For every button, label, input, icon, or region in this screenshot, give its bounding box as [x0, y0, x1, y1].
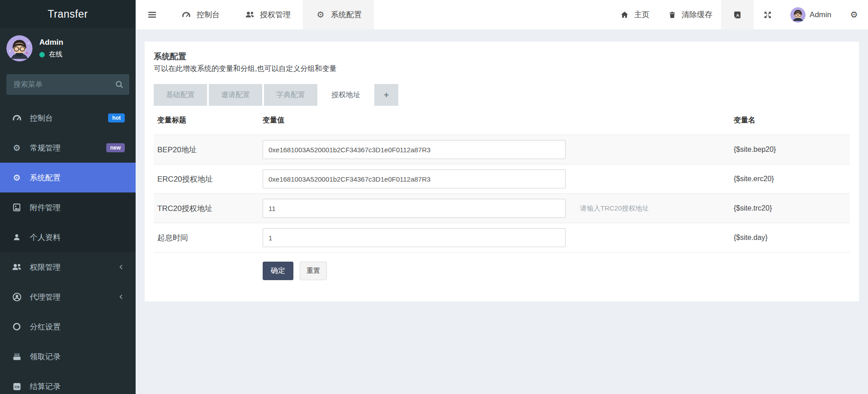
row-title: 起息时间 [157, 233, 263, 243]
user-status-label: 在线 [49, 50, 62, 59]
search-input[interactable] [6, 74, 129, 95]
hot-badge: hot [108, 113, 125, 122]
trc20-address-input[interactable] [263, 199, 566, 218]
chevron-left-icon [118, 263, 125, 271]
image-icon [11, 203, 22, 212]
gear-icon: ⚙ [315, 10, 326, 19]
settings-button[interactable]: ⚙ [840, 0, 868, 29]
tab-dashboard[interactable]: 控制台 [169, 0, 232, 29]
tab-system-config[interactable]: ⚙ 系统配置 [303, 0, 374, 29]
sidebar-item-label: 结算记录 [30, 381, 61, 392]
tachometer-icon [181, 10, 192, 19]
row-varname: {$site.erc20} [734, 175, 850, 183]
sidebar-item-permissions[interactable]: 权限管理 [0, 252, 136, 282]
user-status: 在线 [39, 50, 63, 59]
tab-label: 授权管理 [260, 9, 291, 20]
svg-text:CS: CS [14, 385, 19, 389]
table-row-erc20: ERC20授权地址 {$site.erc20} [154, 164, 850, 193]
sidebar-item-label: 权限管理 [30, 262, 61, 272]
table-row-bep20: BEP20地址 {$site.bep20} [154, 135, 850, 164]
topbar: 控制台 授权管理 ⚙ 系统配置 主页 [136, 0, 868, 29]
tab-label: 控制台 [197, 9, 220, 20]
sidebar-item-label: 个人资料 [30, 232, 61, 243]
user-circle-icon [11, 292, 22, 302]
sidebar-item-attachments[interactable]: 附件管理 [0, 192, 136, 222]
sidebar-item-profile[interactable]: 个人资料 [0, 222, 136, 252]
sidebar-item-label: 代理管理 [30, 292, 61, 302]
circle-o-icon [11, 322, 22, 331]
sidebar-item-general[interactable]: ⚙ 常规管理 new [0, 133, 136, 163]
avatar [790, 7, 806, 23]
sidebar-toggle-icon[interactable] [136, 0, 169, 29]
config-tabs: 基础配置 邀请配置 字典配置 授权地址 + [154, 84, 850, 106]
language-button[interactable]: A [721, 0, 754, 29]
sidebar-item-agents[interactable]: 代理管理 [0, 282, 136, 312]
tab-invite-config[interactable]: 邀请配置 [209, 84, 262, 106]
user-name: Admin [39, 38, 63, 47]
sidebar-item-label: 系统配置 [30, 173, 61, 183]
form-actions: 确定 重置 [263, 262, 850, 280]
sidebar-item-label: 常规管理 [30, 143, 61, 153]
expand-arrows-icon [762, 10, 773, 19]
clear-cache-button[interactable]: 清除缓存 [658, 0, 721, 29]
tab-basic-config[interactable]: 基础配置 [154, 84, 207, 106]
row-title: ERC20授权地址 [157, 174, 263, 184]
tab-dictionary-config[interactable]: 字典配置 [264, 84, 317, 106]
chevron-left-icon [118, 293, 125, 300]
row-varname: {$site.trc20} [734, 204, 850, 212]
sidebar-item-label: 分红设置 [30, 322, 61, 332]
cake-icon [11, 352, 22, 361]
search-icon[interactable] [115, 80, 124, 89]
sidebar-item-label: 附件管理 [30, 202, 61, 213]
sidebar-item-settlement-records[interactable]: CS 结算记录 [0, 371, 136, 394]
tab-authorize-address[interactable]: 授权地址 [319, 84, 373, 106]
reset-button[interactable]: 重置 [300, 262, 327, 280]
user-panel: Admin 在线 [0, 28, 136, 69]
interest-start-input[interactable] [263, 228, 566, 247]
table-row-trc20: TRC20授权地址 请输入TRC20授权地址 {$site.trc20} [154, 193, 850, 223]
users-icon [11, 262, 22, 272]
sidebar-item-label: 领取记录 [30, 352, 61, 362]
sidebar-item-dividends[interactable]: 分红设置 [0, 312, 136, 342]
home-label: 主页 [634, 9, 650, 20]
tab-authorization[interactable]: 授权管理 [232, 0, 303, 29]
general-submenu: ⚙ 系统配置 附件管理 [0, 163, 136, 252]
clear-cache-label: 清除缓存 [682, 9, 712, 20]
system-config-card: 系统配置 可以在此增改系统的变量和分组,也可以自定义分组和变量 基础配置 邀请配… [145, 42, 859, 301]
config-table: 变量标题 变量值 变量名 BEP20地址 {$site.bep20} ERC20… [154, 106, 850, 253]
sidebar-search [6, 74, 129, 95]
user-menu-label: Admin [810, 10, 831, 19]
topbar-right: 主页 清除缓存 A [611, 0, 868, 29]
row-title: BEP20地址 [157, 145, 263, 155]
row-hint: 请输入TRC20授权地址 [566, 204, 734, 213]
fullscreen-button[interactable] [754, 0, 782, 29]
erc20-address-input[interactable] [263, 169, 566, 188]
sidebar: Transfer Admin 在线 [0, 0, 136, 394]
home-button[interactable]: 主页 [611, 0, 658, 29]
svg-text:A: A [736, 12, 739, 17]
page-title: 系统配置 [154, 52, 850, 61]
row-title: TRC20授权地址 [157, 203, 263, 214]
gears-icon: ⚙ [849, 10, 859, 19]
cogs-icon: ⚙ [11, 144, 22, 152]
avatar [6, 35, 33, 61]
trash-icon [667, 11, 678, 19]
user-icon [11, 233, 22, 241]
row-varname: {$site.day} [734, 234, 850, 242]
page-subtitle: 可以在此增改系统的变量和分组,也可以自定义分组和变量 [154, 64, 850, 73]
gear-icon: ⚙ [11, 174, 22, 182]
tachometer-icon [11, 113, 22, 123]
col-header-title: 变量标题 [157, 116, 263, 125]
confirm-button[interactable]: 确定 [263, 262, 293, 280]
bep20-address-input[interactable] [263, 140, 566, 159]
tab-label: 系统配置 [331, 9, 362, 20]
sidebar-item-system-config[interactable]: ⚙ 系统配置 [0, 163, 136, 192]
user-menu[interactable]: Admin [782, 0, 840, 29]
sidebar-item-dashboard[interactable]: 控制台 hot [0, 103, 136, 133]
sidebar-item-claim-records[interactable]: 领取记录 [0, 342, 136, 371]
add-tab-button[interactable]: + [374, 84, 398, 106]
sidebar-item-label: 控制台 [30, 113, 53, 123]
brand-title: Transfer [0, 0, 136, 28]
cs-square-icon: CS [11, 382, 22, 391]
table-row-interest-start: 起息时间 {$site.day} [154, 223, 850, 252]
